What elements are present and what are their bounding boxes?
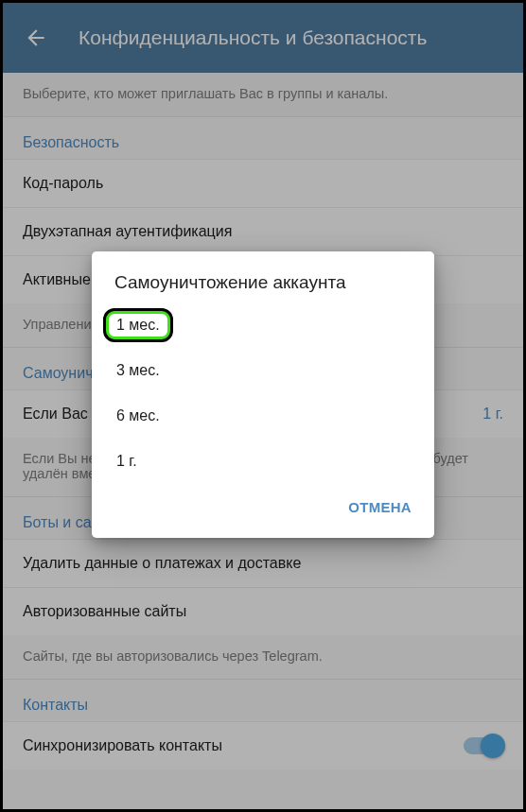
option-6-months[interactable]: 6 мес.: [92, 393, 434, 439]
self-destruct-dialog: Самоуничтожение аккаунта 1 мес. 3 мес. 6…: [92, 251, 434, 538]
option-label: 6 мес.: [116, 407, 160, 423]
option-label: 1 г.: [116, 453, 137, 469]
dialog-options-list: 1 мес. 3 мес. 6 мес. 1 г.: [92, 299, 434, 484]
option-label: 1 мес.: [116, 317, 160, 333]
option-label: 3 мес.: [116, 362, 160, 378]
dialog-title: Самоуничтожение аккаунта: [92, 272, 434, 299]
option-3-months[interactable]: 3 мес.: [92, 348, 434, 393]
cancel-button[interactable]: ОТМЕНА: [337, 490, 423, 525]
option-1-year[interactable]: 1 г.: [92, 439, 434, 484]
dialog-actions: ОТМЕНА: [92, 484, 434, 532]
option-1-month[interactable]: 1 мес.: [92, 302, 434, 348]
